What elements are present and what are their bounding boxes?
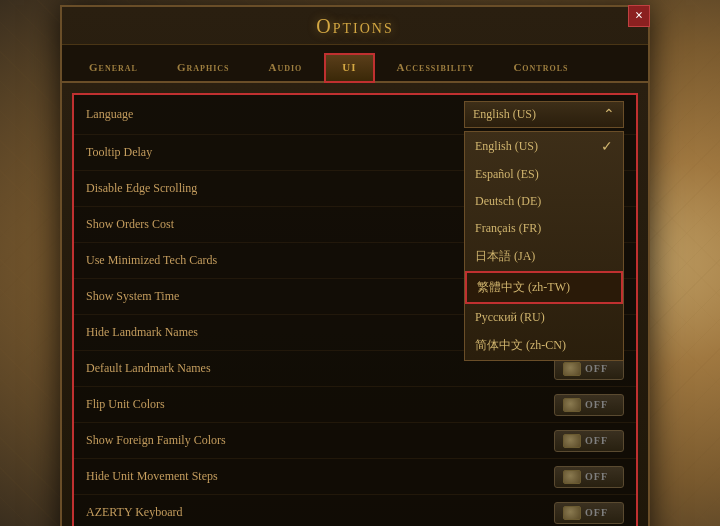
tab-controls[interactable]: Controls — [496, 54, 585, 80]
dialog-title: Options — [62, 7, 648, 45]
hide-unit-movement-steps-control: OFF — [554, 466, 624, 488]
tab-accessibility[interactable]: Accessibility — [380, 54, 492, 80]
lang-option-zh-tw[interactable]: 繁體中文 (zh-TW) — [465, 271, 623, 304]
show-foreign-family-colors-toggle[interactable]: OFF — [554, 430, 624, 452]
toggle-knob-foreign-icon — [563, 434, 581, 448]
lang-option-russian-label: Русский (RU) — [475, 310, 545, 325]
azerty-keyboard-control: OFF — [554, 502, 624, 524]
azerty-keyboard-toggle-value: OFF — [585, 507, 608, 518]
default-landmark-names-label: Default Landmark Names — [86, 361, 554, 376]
hide-unit-movement-steps-label: Hide Unit Movement Steps — [86, 469, 554, 484]
language-dropdown-trigger[interactable]: English (US) ⌃ — [464, 101, 624, 128]
language-label: Language — [86, 107, 464, 122]
toggle-knob-icon — [563, 362, 581, 376]
lang-option-zh-tw-label: 繁體中文 (zh-TW) — [477, 279, 570, 296]
lang-option-english-us[interactable]: English (US) ✓ — [465, 132, 623, 161]
language-selected-value: English (US) — [473, 107, 536, 122]
show-foreign-family-colors-row: Show Foreign Family Colors OFF — [74, 423, 636, 459]
content-area: Language English (US) ⌃ English (US) ✓ E… — [62, 83, 648, 526]
toggle-knob-flip-icon — [563, 398, 581, 412]
lang-option-deutsch-label: Deutsch (DE) — [475, 194, 541, 209]
dropdown-arrow-icon: ⌃ — [603, 106, 615, 123]
lang-option-zh-cn[interactable]: 简体中文 (zh-CN) — [465, 331, 623, 360]
show-foreign-family-colors-label: Show Foreign Family Colors — [86, 433, 554, 448]
tab-general[interactable]: General — [72, 54, 155, 80]
default-landmark-names-toggle-value: OFF — [585, 363, 608, 374]
tab-ui[interactable]: UI — [324, 53, 374, 83]
hide-unit-movement-steps-toggle[interactable]: OFF — [554, 466, 624, 488]
language-dropdown-list: English (US) ✓ Español (ES) Deutsch (DE)… — [464, 131, 624, 361]
flip-unit-colors-toggle-value: OFF — [585, 399, 608, 410]
toggle-knob-azerty-icon — [563, 506, 581, 520]
close-button[interactable]: × — [628, 5, 650, 27]
lang-option-espanol-label: Español (ES) — [475, 167, 539, 182]
show-foreign-family-colors-toggle-value: OFF — [585, 435, 608, 446]
azerty-keyboard-label: AZERTY Keyboard — [86, 505, 554, 520]
toggle-knob-movement-icon — [563, 470, 581, 484]
lang-option-japanese-label: 日本語 (JA) — [475, 248, 535, 265]
lang-option-zh-cn-label: 简体中文 (zh-CN) — [475, 337, 566, 354]
lang-option-francais-label: Français (FR) — [475, 221, 541, 236]
flip-unit-colors-label: Flip Unit Colors — [86, 397, 554, 412]
language-control: English (US) ⌃ — [464, 101, 624, 128]
tab-audio[interactable]: Audio — [251, 54, 319, 80]
hide-unit-movement-steps-row: Hide Unit Movement Steps OFF — [74, 459, 636, 495]
flip-unit-colors-control: OFF — [554, 394, 624, 416]
language-row: Language English (US) ⌃ — [74, 95, 636, 135]
azerty-keyboard-toggle[interactable]: OFF — [554, 502, 624, 524]
check-mark-icon: ✓ — [601, 138, 613, 155]
lang-option-francais[interactable]: Français (FR) — [465, 215, 623, 242]
hide-unit-movement-steps-toggle-value: OFF — [585, 471, 608, 482]
lang-option-deutsch[interactable]: Deutsch (DE) — [465, 188, 623, 215]
azerty-keyboard-row: AZERTY Keyboard OFF — [74, 495, 636, 526]
flip-unit-colors-row: Flip Unit Colors OFF — [74, 387, 636, 423]
flip-unit-colors-toggle[interactable]: OFF — [554, 394, 624, 416]
show-foreign-family-colors-control: OFF — [554, 430, 624, 452]
options-dialog: × Options General Graphics Audio UI Acce… — [60, 5, 650, 526]
lang-option-russian[interactable]: Русский (RU) — [465, 304, 623, 331]
tab-graphics[interactable]: Graphics — [160, 54, 247, 80]
lang-option-english-us-label: English (US) — [475, 139, 538, 154]
lang-option-espanol[interactable]: Español (ES) — [465, 161, 623, 188]
settings-panel: Language English (US) ⌃ English (US) ✓ E… — [72, 93, 638, 526]
tab-bar: General Graphics Audio UI Accessibility … — [62, 45, 648, 83]
lang-option-japanese[interactable]: 日本語 (JA) — [465, 242, 623, 271]
